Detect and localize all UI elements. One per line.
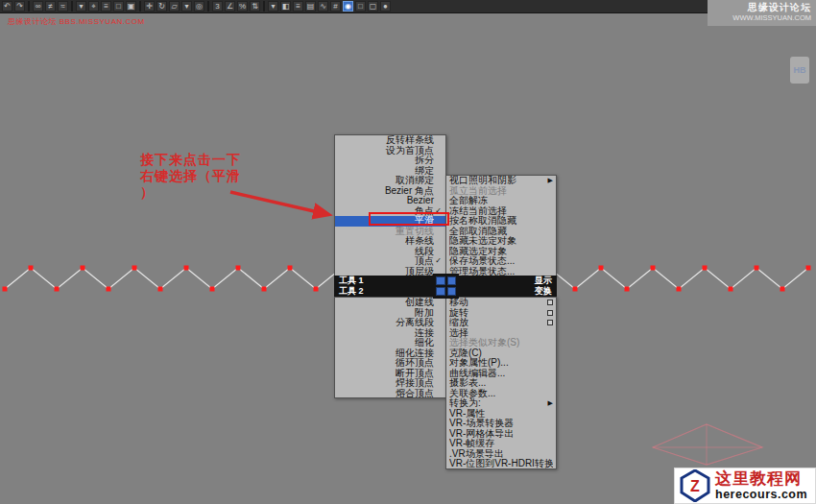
spline-vertex[interactable] (651, 266, 656, 271)
menu-item[interactable]: VR-属性 (446, 409, 556, 420)
menu-item[interactable]: 转换为:▶ (446, 398, 556, 409)
quad-center-indicator[interactable] (433, 274, 459, 299)
spline-vertex[interactable] (703, 266, 708, 271)
reference-coordinate-dropdown[interactable]: ▾ (181, 1, 192, 12)
select-by-name-icon[interactable]: ≡ (101, 1, 111, 12)
menu-item[interactable]: 隐藏未选定对象 (446, 236, 556, 247)
menu-item[interactable]: 循环顶点 (335, 358, 445, 369)
material-editor-icon[interactable]: ◉ (343, 1, 353, 12)
select-and-rotate-icon[interactable]: ↻ (156, 1, 167, 12)
menu-item[interactable]: 分离线段 (335, 318, 445, 328)
menu-item[interactable]: .VR场景导出 (446, 449, 556, 460)
menu-item[interactable]: 细化 (335, 338, 445, 348)
spline-vertex[interactable] (3, 287, 8, 292)
curve-editor-icon[interactable]: ∿ (318, 1, 328, 12)
menu-item[interactable]: VR-帧缓存 (446, 439, 556, 449)
menu-item[interactable]: 顶点✓ (335, 256, 445, 267)
spline-vertex[interactable] (184, 266, 189, 271)
settings-box-icon[interactable] (547, 320, 553, 325)
menu-item[interactable]: Bezier 角点 (335, 186, 445, 197)
render-icon[interactable]: ● (380, 1, 391, 12)
spline-vertex[interactable] (55, 287, 60, 292)
menu-item[interactable]: 创建线 (335, 298, 445, 308)
spinner-snap-icon[interactable]: ⇅ (250, 1, 260, 12)
menu-item[interactable]: 孤立当前选择 (446, 186, 556, 197)
menu-item[interactable]: 熔合顶点 (335, 389, 445, 399)
spline-vertex[interactable] (729, 287, 733, 292)
spline-vertex[interactable] (81, 266, 85, 271)
menu-item[interactable]: 冻结当前选择 (446, 206, 556, 217)
bind-to-spacewarp-icon[interactable]: ≈ (58, 1, 68, 12)
spline-vertex[interactable] (780, 287, 785, 292)
menu-item[interactable]: 连接 (335, 328, 445, 339)
menu-item[interactable]: 绑定 (335, 166, 445, 177)
schematic-view-icon[interactable]: # (330, 1, 341, 12)
menu-item[interactable]: VR-场景转换器 (446, 419, 556, 429)
spline-vertex[interactable] (314, 287, 319, 292)
menu-item[interactable]: 附加 (335, 308, 445, 319)
select-and-move-icon[interactable]: ✛ (144, 1, 155, 12)
spline-vertex[interactable] (288, 266, 293, 271)
menu-item[interactable]: 隐藏选定对象 (446, 247, 556, 257)
menu-item[interactable]: 设为首顶点 (335, 146, 445, 156)
spline-vertex[interactable] (132, 266, 137, 271)
spline-vertex[interactable] (599, 266, 604, 271)
redo-icon[interactable]: ↷ (14, 1, 25, 12)
unlink-selection-icon[interactable]: ≠ (45, 1, 56, 12)
menu-item[interactable]: 选择类似对象(S) (446, 338, 556, 348)
spline-vertex[interactable] (107, 287, 111, 292)
menu-item[interactable]: 关联参数... (446, 389, 556, 399)
named-selection-sets-icon[interactable]: ▾ (268, 1, 278, 12)
menu-item[interactable]: 移动 (446, 298, 556, 308)
menu-item[interactable]: 反转样条线 (335, 135, 445, 146)
menu-item[interactable]: VR-网格体导出 (446, 429, 556, 440)
menu-item[interactable]: 全部取消隐藏 (446, 227, 556, 237)
layer-manager-icon[interactable]: ▤ (305, 1, 316, 12)
use-pivot-center-icon[interactable]: ◎ (194, 1, 204, 12)
mirror-icon[interactable]: ◧ (280, 1, 291, 12)
crossing-selection-icon[interactable]: ▣ (126, 1, 136, 12)
menu-item[interactable]: VR-位图到VR-HDRI转换器 (446, 459, 556, 469)
menu-item[interactable]: 对象属性(P)... (446, 358, 556, 369)
spline-vertex[interactable] (236, 266, 241, 271)
spline-vertex[interactable] (29, 266, 34, 271)
settings-box-icon[interactable] (547, 310, 553, 316)
select-and-scale-icon[interactable]: ▱ (169, 1, 180, 12)
spline-vertex[interactable] (210, 287, 215, 292)
menu-item[interactable]: 按名称取消隐藏 (446, 216, 556, 227)
select-and-link-icon[interactable]: ∞ (33, 1, 43, 12)
menu-item[interactable]: 拆分 (335, 156, 445, 166)
menu-item[interactable]: 取消绑定 (335, 176, 445, 186)
menu-item[interactable]: 克隆(C) (446, 348, 556, 359)
menu-item[interactable]: 保存场景状态... (446, 256, 556, 267)
spline-vertex[interactable] (573, 287, 578, 292)
menu-item[interactable]: 样条线 (335, 236, 445, 247)
menu-item[interactable]: 线段 (335, 247, 445, 257)
menu-item[interactable]: 焊接顶点 (335, 378, 445, 389)
spline-vertex[interactable] (755, 266, 759, 271)
menu-item[interactable]: 细化连接 (335, 348, 445, 359)
menu-item[interactable]: Bezier (335, 196, 445, 206)
menu-item[interactable]: 视口照明和阴影▶ (446, 176, 556, 186)
spline-vertex[interactable] (806, 266, 811, 271)
menu-item[interactable]: 全部解冻 (446, 196, 556, 206)
menu-item[interactable]: 曲线编辑器... (446, 369, 556, 379)
select-object-icon[interactable]: ⌖ (88, 1, 99, 12)
menu-item[interactable]: 旋转 (446, 308, 556, 319)
spline-vertex[interactable] (677, 287, 682, 292)
menu-item[interactable]: 选择 (446, 328, 556, 339)
percent-snap-icon[interactable]: % (237, 1, 248, 12)
rectangular-selection-icon[interactable]: □ (113, 1, 124, 12)
selection-filter-dropdown[interactable]: ▾ (76, 1, 86, 12)
spline-vertex[interactable] (625, 287, 630, 292)
spline-vertex[interactable] (262, 287, 267, 292)
render-frame-icon[interactable]: ▢ (368, 1, 378, 12)
spline-vertex[interactable] (158, 287, 163, 292)
render-setup-icon[interactable]: □ (355, 1, 366, 12)
undo-icon[interactable]: ↶ (2, 1, 12, 12)
menu-item[interactable]: 摄影表... (446, 378, 556, 389)
menu-item[interactable]: 断开顶点 (335, 369, 445, 379)
angle-snap-icon[interactable]: ∠ (225, 1, 235, 12)
menu-item[interactable]: 重置切线 (335, 227, 445, 237)
settings-box-icon[interactable] (547, 300, 553, 305)
